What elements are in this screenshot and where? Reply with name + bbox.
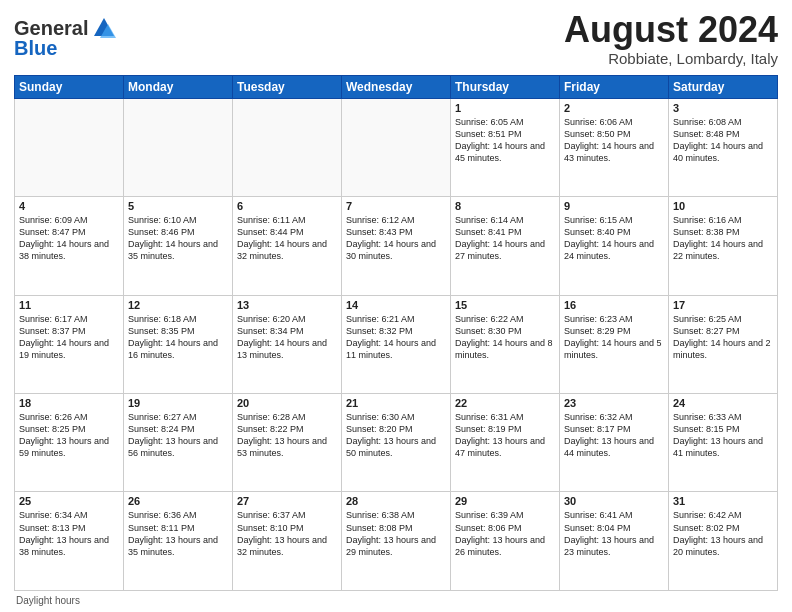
col-header-monday: Monday: [124, 75, 233, 98]
day-info: Sunrise: 6:17 AM Sunset: 8:37 PM Dayligh…: [19, 313, 119, 362]
day-number: 20: [237, 397, 337, 409]
footer: Daylight hours: [14, 595, 778, 606]
calendar-cell: 21Sunrise: 6:30 AM Sunset: 8:20 PM Dayli…: [342, 394, 451, 492]
day-number: 6: [237, 200, 337, 212]
col-header-sunday: Sunday: [15, 75, 124, 98]
calendar-cell: 31Sunrise: 6:42 AM Sunset: 8:02 PM Dayli…: [669, 492, 778, 591]
day-number: 10: [673, 200, 773, 212]
calendar-cell: [124, 98, 233, 196]
day-number: 24: [673, 397, 773, 409]
calendar-cell: 8Sunrise: 6:14 AM Sunset: 8:41 PM Daylig…: [451, 197, 560, 295]
calendar-cell: 17Sunrise: 6:25 AM Sunset: 8:27 PM Dayli…: [669, 295, 778, 393]
day-number: 30: [564, 495, 664, 507]
location: Robbiate, Lombardy, Italy: [564, 50, 778, 67]
calendar-week-row: 1Sunrise: 6:05 AM Sunset: 8:51 PM Daylig…: [15, 98, 778, 196]
day-number: 12: [128, 299, 228, 311]
logo-icon: [90, 14, 118, 42]
day-info: Sunrise: 6:36 AM Sunset: 8:11 PM Dayligh…: [128, 509, 228, 558]
day-info: Sunrise: 6:06 AM Sunset: 8:50 PM Dayligh…: [564, 116, 664, 165]
logo: General Blue: [14, 14, 118, 58]
calendar-cell: 28Sunrise: 6:38 AM Sunset: 8:08 PM Dayli…: [342, 492, 451, 591]
day-info: Sunrise: 6:42 AM Sunset: 8:02 PM Dayligh…: [673, 509, 773, 558]
day-number: 1: [455, 102, 555, 114]
day-info: Sunrise: 6:10 AM Sunset: 8:46 PM Dayligh…: [128, 214, 228, 263]
day-number: 22: [455, 397, 555, 409]
calendar-cell: 27Sunrise: 6:37 AM Sunset: 8:10 PM Dayli…: [233, 492, 342, 591]
day-number: 16: [564, 299, 664, 311]
calendar-cell: 15Sunrise: 6:22 AM Sunset: 8:30 PM Dayli…: [451, 295, 560, 393]
calendar-cell: 7Sunrise: 6:12 AM Sunset: 8:43 PM Daylig…: [342, 197, 451, 295]
day-info: Sunrise: 6:30 AM Sunset: 8:20 PM Dayligh…: [346, 411, 446, 460]
col-header-friday: Friday: [560, 75, 669, 98]
calendar-week-row: 18Sunrise: 6:26 AM Sunset: 8:25 PM Dayli…: [15, 394, 778, 492]
day-number: 18: [19, 397, 119, 409]
calendar-header-row: SundayMondayTuesdayWednesdayThursdayFrid…: [15, 75, 778, 98]
day-number: 19: [128, 397, 228, 409]
day-info: Sunrise: 6:27 AM Sunset: 8:24 PM Dayligh…: [128, 411, 228, 460]
title-block: August 2024 Robbiate, Lombardy, Italy: [564, 10, 778, 67]
day-info: Sunrise: 6:28 AM Sunset: 8:22 PM Dayligh…: [237, 411, 337, 460]
day-info: Sunrise: 6:31 AM Sunset: 8:19 PM Dayligh…: [455, 411, 555, 460]
calendar-cell: 11Sunrise: 6:17 AM Sunset: 8:37 PM Dayli…: [15, 295, 124, 393]
day-number: 15: [455, 299, 555, 311]
day-info: Sunrise: 6:12 AM Sunset: 8:43 PM Dayligh…: [346, 214, 446, 263]
calendar-cell: 14Sunrise: 6:21 AM Sunset: 8:32 PM Dayli…: [342, 295, 451, 393]
calendar-week-row: 25Sunrise: 6:34 AM Sunset: 8:13 PM Dayli…: [15, 492, 778, 591]
page: General Blue August 2024 Robbiate, Lomba…: [0, 0, 792, 612]
day-number: 9: [564, 200, 664, 212]
day-number: 28: [346, 495, 446, 507]
day-info: Sunrise: 6:41 AM Sunset: 8:04 PM Dayligh…: [564, 509, 664, 558]
day-number: 8: [455, 200, 555, 212]
day-number: 25: [19, 495, 119, 507]
calendar-table: SundayMondayTuesdayWednesdayThursdayFrid…: [14, 75, 778, 591]
calendar-cell: 4Sunrise: 6:09 AM Sunset: 8:47 PM Daylig…: [15, 197, 124, 295]
day-number: 14: [346, 299, 446, 311]
col-header-wednesday: Wednesday: [342, 75, 451, 98]
col-header-thursday: Thursday: [451, 75, 560, 98]
day-info: Sunrise: 6:11 AM Sunset: 8:44 PM Dayligh…: [237, 214, 337, 263]
day-info: Sunrise: 6:20 AM Sunset: 8:34 PM Dayligh…: [237, 313, 337, 362]
day-info: Sunrise: 6:08 AM Sunset: 8:48 PM Dayligh…: [673, 116, 773, 165]
day-number: 29: [455, 495, 555, 507]
header: General Blue August 2024 Robbiate, Lomba…: [14, 10, 778, 67]
calendar-cell: 22Sunrise: 6:31 AM Sunset: 8:19 PM Dayli…: [451, 394, 560, 492]
calendar-cell: 18Sunrise: 6:26 AM Sunset: 8:25 PM Dayli…: [15, 394, 124, 492]
calendar-cell: 23Sunrise: 6:32 AM Sunset: 8:17 PM Dayli…: [560, 394, 669, 492]
day-info: Sunrise: 6:22 AM Sunset: 8:30 PM Dayligh…: [455, 313, 555, 362]
calendar-cell: 20Sunrise: 6:28 AM Sunset: 8:22 PM Dayli…: [233, 394, 342, 492]
calendar-cell: 10Sunrise: 6:16 AM Sunset: 8:38 PM Dayli…: [669, 197, 778, 295]
day-info: Sunrise: 6:34 AM Sunset: 8:13 PM Dayligh…: [19, 509, 119, 558]
calendar-cell: 2Sunrise: 6:06 AM Sunset: 8:50 PM Daylig…: [560, 98, 669, 196]
day-number: 26: [128, 495, 228, 507]
day-number: 3: [673, 102, 773, 114]
day-number: 2: [564, 102, 664, 114]
day-info: Sunrise: 6:23 AM Sunset: 8:29 PM Dayligh…: [564, 313, 664, 362]
calendar-cell: 5Sunrise: 6:10 AM Sunset: 8:46 PM Daylig…: [124, 197, 233, 295]
day-info: Sunrise: 6:05 AM Sunset: 8:51 PM Dayligh…: [455, 116, 555, 165]
footer-label: Daylight hours: [16, 595, 80, 606]
col-header-saturday: Saturday: [669, 75, 778, 98]
calendar-cell: [233, 98, 342, 196]
calendar-cell: 9Sunrise: 6:15 AM Sunset: 8:40 PM Daylig…: [560, 197, 669, 295]
day-number: 31: [673, 495, 773, 507]
day-number: 17: [673, 299, 773, 311]
calendar-cell: 3Sunrise: 6:08 AM Sunset: 8:48 PM Daylig…: [669, 98, 778, 196]
calendar-cell: [342, 98, 451, 196]
day-number: 23: [564, 397, 664, 409]
day-info: Sunrise: 6:14 AM Sunset: 8:41 PM Dayligh…: [455, 214, 555, 263]
day-info: Sunrise: 6:32 AM Sunset: 8:17 PM Dayligh…: [564, 411, 664, 460]
calendar-week-row: 11Sunrise: 6:17 AM Sunset: 8:37 PM Dayli…: [15, 295, 778, 393]
day-number: 11: [19, 299, 119, 311]
day-number: 7: [346, 200, 446, 212]
day-info: Sunrise: 6:26 AM Sunset: 8:25 PM Dayligh…: [19, 411, 119, 460]
calendar-cell: 13Sunrise: 6:20 AM Sunset: 8:34 PM Dayli…: [233, 295, 342, 393]
calendar-cell: 16Sunrise: 6:23 AM Sunset: 8:29 PM Dayli…: [560, 295, 669, 393]
calendar-cell: 29Sunrise: 6:39 AM Sunset: 8:06 PM Dayli…: [451, 492, 560, 591]
calendar-cell: [15, 98, 124, 196]
day-info: Sunrise: 6:38 AM Sunset: 8:08 PM Dayligh…: [346, 509, 446, 558]
calendar-cell: 25Sunrise: 6:34 AM Sunset: 8:13 PM Dayli…: [15, 492, 124, 591]
day-info: Sunrise: 6:39 AM Sunset: 8:06 PM Dayligh…: [455, 509, 555, 558]
calendar-cell: 12Sunrise: 6:18 AM Sunset: 8:35 PM Dayli…: [124, 295, 233, 393]
day-info: Sunrise: 6:09 AM Sunset: 8:47 PM Dayligh…: [19, 214, 119, 263]
day-info: Sunrise: 6:21 AM Sunset: 8:32 PM Dayligh…: [346, 313, 446, 362]
